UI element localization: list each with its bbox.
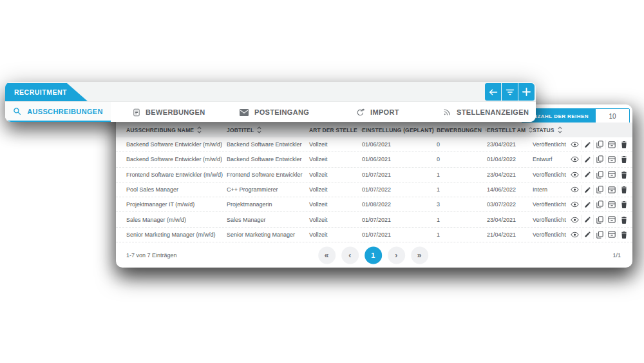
archive-button[interactable] xyxy=(605,230,618,239)
eye-icon xyxy=(571,141,579,148)
column-header-erstellt-am[interactable]: ERSTELLT AM xyxy=(487,126,533,133)
filter-button[interactable] xyxy=(502,83,518,101)
tab-bar: AUSSCHREIBUNGEN BEWERBUNGEN POSTEINGANG … xyxy=(5,102,536,122)
duplicate-button[interactable] xyxy=(593,170,605,179)
archive-button[interactable] xyxy=(605,185,618,195)
document-icon xyxy=(133,108,140,117)
delete-button[interactable] xyxy=(618,215,630,224)
cell-erstellt-am: 03/07/2022 xyxy=(487,201,533,208)
tab-import[interactable]: IMPORT xyxy=(356,102,399,122)
column-header-bewerbungen[interactable]: BEWERBUNGEN xyxy=(437,126,487,133)
view-button[interactable] xyxy=(569,170,581,179)
archive-button[interactable] xyxy=(605,170,618,179)
first-page-button[interactable]: « xyxy=(318,246,336,264)
cell-einstellung-geplant: 01/07/2022 xyxy=(362,186,437,193)
column-header-ausschreibung-name[interactable]: AUSSCHREIBUNG NAME xyxy=(126,126,227,133)
column-header-jobtitel[interactable]: JOBTITEL xyxy=(227,126,309,133)
column-header-status[interactable]: STATUS xyxy=(533,126,569,133)
delete-button[interactable] xyxy=(618,140,630,150)
cell-einstellung-geplant: 01/07/2021 xyxy=(362,231,437,238)
rows-per-page-value[interactable]: 10 xyxy=(596,109,629,123)
cell-jobtitel: Sales Manager xyxy=(227,217,309,223)
archive-button[interactable] xyxy=(605,155,618,164)
cell-jobtitel: Senior Marketing Manager xyxy=(227,231,309,238)
archive-box-icon xyxy=(608,156,616,163)
duplicate-button[interactable] xyxy=(593,200,605,210)
tab-posteingang[interactable]: POSTEINGANG xyxy=(240,102,309,122)
edit-button[interactable] xyxy=(581,230,593,239)
view-button[interactable] xyxy=(569,200,581,210)
sort-icon xyxy=(257,126,261,133)
import-icon xyxy=(356,108,365,117)
arrow-left-icon xyxy=(489,88,498,96)
page-1-button[interactable]: 1 xyxy=(365,246,382,264)
archive-box-icon xyxy=(608,171,616,178)
cell-status: Veröffentlicht xyxy=(533,141,569,148)
prev-page-button[interactable]: ‹ xyxy=(341,246,359,264)
copy-icon xyxy=(596,171,603,179)
add-button[interactable] xyxy=(518,83,535,101)
pencil-icon xyxy=(584,216,591,223)
table-row[interactable]: Projektmanager IT (m/w/d) Projektmanager… xyxy=(116,197,632,212)
cell-status: Veröffentlicht xyxy=(533,172,569,178)
delete-button[interactable] xyxy=(618,185,630,195)
recruitment-panel: RECRUITMENT AUSSCHREIBUNGEN BEWERBUNGEN … xyxy=(5,82,536,122)
archive-button[interactable] xyxy=(605,215,618,224)
copy-icon xyxy=(596,216,603,224)
cell-einstellung-geplant: 01/08/2022 xyxy=(362,201,437,208)
pencil-icon xyxy=(584,201,591,208)
view-button[interactable] xyxy=(569,215,581,224)
duplicate-button[interactable] xyxy=(593,185,605,195)
row-actions xyxy=(569,212,632,226)
table-row[interactable]: Backend Software Entwickler (m/w/d) Back… xyxy=(116,137,632,152)
cell-art-der-stelle: Vollzeit xyxy=(309,186,362,193)
column-header-art-der-stelle[interactable]: ART DER STELLE xyxy=(309,126,362,133)
edit-button[interactable] xyxy=(581,140,593,150)
archive-button[interactable] xyxy=(605,140,618,150)
edit-button[interactable] xyxy=(581,215,593,224)
view-button[interactable] xyxy=(569,230,581,239)
cell-jobtitel: C++ Programmierer xyxy=(227,186,309,193)
copy-icon xyxy=(596,155,603,163)
cell-ausschreibung-name: Frontend Software Entwickler (m/w/d) xyxy=(126,172,227,178)
pagination-bar: 1-7 von 7 Einträgen « ‹ 1 › » 1/1 xyxy=(116,242,632,268)
next-page-button[interactable]: › xyxy=(388,246,405,264)
tab-ausschreibungen[interactable]: AUSSCHREIBUNGEN xyxy=(5,102,111,122)
duplicate-button[interactable] xyxy=(593,215,605,224)
duplicate-button[interactable] xyxy=(593,230,605,239)
cell-ausschreibung-name: Backend Software Entwickler (m/w/d) xyxy=(126,156,227,162)
sort-icon xyxy=(197,126,202,133)
delete-button[interactable] xyxy=(618,230,630,239)
cell-jobtitel: Backend Software Entwickler xyxy=(227,141,309,148)
duplicate-button[interactable] xyxy=(593,140,605,150)
duplicate-button[interactable] xyxy=(593,155,605,164)
back-button[interactable] xyxy=(485,83,501,101)
cell-art-der-stelle: Vollzeit xyxy=(309,231,362,238)
archive-button[interactable] xyxy=(605,200,618,210)
delete-button[interactable] xyxy=(618,155,630,164)
view-button[interactable] xyxy=(569,155,581,164)
delete-button[interactable] xyxy=(618,200,630,210)
tab-stellenanzeigen[interactable]: STELLENANZEIGEN xyxy=(443,102,529,122)
column-header-einstellung-geplant[interactable]: EINSTELLUNG (GEPLANT) xyxy=(362,126,437,133)
edit-button[interactable] xyxy=(581,200,593,210)
view-button[interactable] xyxy=(569,140,581,150)
table-row[interactable]: Frontend Software Entwickler (m/w/d) Fro… xyxy=(116,168,632,182)
tab-label: BEWERBUNGEN xyxy=(146,108,205,116)
tab-bewerbungen[interactable]: BEWERBUNGEN xyxy=(133,102,205,122)
edit-button[interactable] xyxy=(581,185,593,195)
edit-button[interactable] xyxy=(581,170,593,179)
last-page-button[interactable]: » xyxy=(411,246,428,264)
delete-button[interactable] xyxy=(618,170,630,179)
cell-art-der-stelle: Vollzeit xyxy=(309,141,362,148)
view-button[interactable] xyxy=(569,185,581,195)
tab-label: STELLENANZEIGEN xyxy=(457,108,529,116)
trash-icon xyxy=(621,186,627,193)
table-row[interactable]: Sales Manager (m/w/d) Sales Manager Voll… xyxy=(116,212,632,227)
table-row[interactable]: Senior Marketing Manager (m/w/d) Senior … xyxy=(116,228,632,242)
table-row[interactable]: Backend Software Entwickler (m/w/d) Back… xyxy=(116,152,632,167)
entries-summary: 1-7 von 7 Einträgen xyxy=(126,252,177,259)
edit-button[interactable] xyxy=(581,155,593,164)
row-actions xyxy=(569,137,632,152)
table-row[interactable]: Pool Sales Manager C++ Programmierer Vol… xyxy=(116,182,632,197)
